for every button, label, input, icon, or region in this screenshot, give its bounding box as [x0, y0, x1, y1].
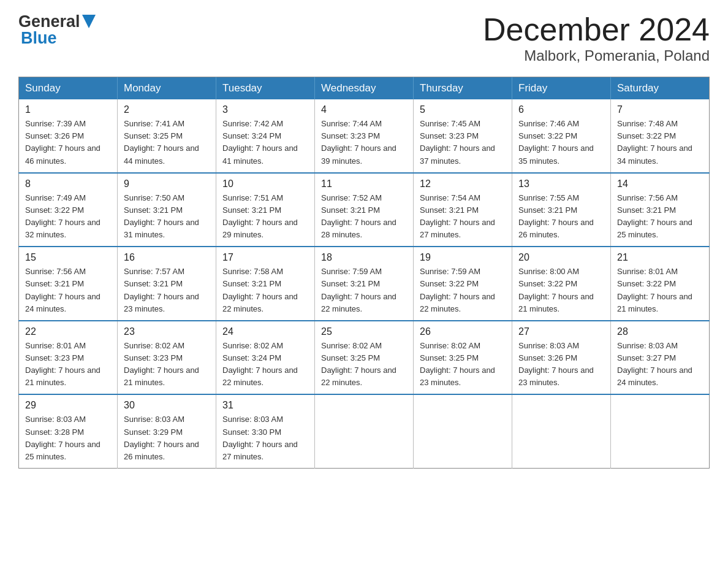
- day-info: Sunrise: 7:45 AMSunset: 3:23 PMDaylight:…: [420, 118, 506, 167]
- day-info: Sunrise: 7:55 AMSunset: 3:21 PMDaylight:…: [518, 192, 604, 242]
- title-section: December 2024 Malbork, Pomerania, Poland: [483, 12, 710, 64]
- calendar-week-row: 1Sunrise: 7:39 AMSunset: 3:26 PMDaylight…: [19, 99, 710, 173]
- svg-marker-0: [82, 15, 96, 28]
- day-info: Sunrise: 7:56 AMSunset: 3:21 PMDaylight:…: [25, 266, 111, 315]
- calendar-day-cell: 28Sunrise: 8:03 AMSunset: 3:27 PMDayligh…: [611, 321, 710, 395]
- day-number: 29: [25, 400, 111, 411]
- day-info: Sunrise: 7:58 AMSunset: 3:21 PMDaylight:…: [222, 266, 308, 315]
- day-info: Sunrise: 8:02 AMSunset: 3:25 PMDaylight:…: [420, 340, 506, 389]
- day-number: 24: [222, 326, 308, 337]
- calendar-day-cell: 15Sunrise: 7:56 AMSunset: 3:21 PMDayligh…: [19, 247, 118, 321]
- calendar-day-cell: 18Sunrise: 7:59 AMSunset: 3:21 PMDayligh…: [315, 247, 414, 321]
- day-number: 3: [222, 104, 308, 115]
- day-info: Sunrise: 7:42 AMSunset: 3:24 PMDaylight:…: [222, 118, 308, 167]
- day-info: Sunrise: 7:49 AMSunset: 3:22 PMDaylight:…: [25, 192, 111, 242]
- day-info: Sunrise: 7:59 AMSunset: 3:21 PMDaylight:…: [321, 266, 407, 315]
- day-info: Sunrise: 7:50 AMSunset: 3:21 PMDaylight:…: [124, 192, 210, 242]
- empty-day-cell: [512, 394, 611, 468]
- day-number: 4: [321, 104, 407, 115]
- calendar-day-cell: 27Sunrise: 8:03 AMSunset: 3:26 PMDayligh…: [512, 321, 611, 395]
- day-info: Sunrise: 8:02 AMSunset: 3:24 PMDaylight:…: [222, 340, 308, 389]
- day-number: 22: [25, 326, 111, 337]
- calendar-day-cell: 12Sunrise: 7:54 AMSunset: 3:21 PMDayligh…: [414, 173, 512, 247]
- calendar-day-cell: 29Sunrise: 8:03 AMSunset: 3:28 PMDayligh…: [19, 394, 118, 468]
- day-number: 9: [124, 178, 210, 190]
- day-number: 6: [518, 104, 604, 115]
- day-info: Sunrise: 8:02 AMSunset: 3:23 PMDaylight:…: [124, 340, 210, 389]
- calendar-week-row: 8Sunrise: 7:49 AMSunset: 3:22 PMDaylight…: [19, 173, 710, 247]
- day-number: 15: [25, 252, 111, 263]
- calendar-day-cell: 19Sunrise: 7:59 AMSunset: 3:22 PMDayligh…: [414, 247, 512, 321]
- day-info: Sunrise: 7:39 AMSunset: 3:26 PMDaylight:…: [25, 118, 111, 167]
- day-number: 7: [617, 104, 703, 115]
- day-info: Sunrise: 8:03 AMSunset: 3:29 PMDaylight:…: [124, 413, 210, 463]
- day-info: Sunrise: 8:01 AMSunset: 3:23 PMDaylight:…: [25, 340, 111, 389]
- calendar-day-cell: 10Sunrise: 7:51 AMSunset: 3:21 PMDayligh…: [216, 173, 315, 247]
- day-number: 1: [25, 104, 111, 115]
- day-number: 16: [124, 252, 210, 263]
- calendar-day-cell: 8Sunrise: 7:49 AMSunset: 3:22 PMDaylight…: [19, 173, 118, 247]
- calendar-day-cell: 6Sunrise: 7:46 AMSunset: 3:22 PMDaylight…: [512, 99, 611, 173]
- calendar-day-cell: 1Sunrise: 7:39 AMSunset: 3:26 PMDaylight…: [19, 99, 118, 173]
- weekday-header-row: SundayMondayTuesdayWednesdayThursdayFrid…: [19, 77, 710, 100]
- calendar-day-cell: 5Sunrise: 7:45 AMSunset: 3:23 PMDaylight…: [414, 99, 512, 173]
- day-info: Sunrise: 8:02 AMSunset: 3:25 PMDaylight:…: [321, 340, 407, 389]
- calendar-day-cell: 23Sunrise: 8:02 AMSunset: 3:23 PMDayligh…: [118, 321, 216, 395]
- day-info: Sunrise: 8:03 AMSunset: 3:27 PMDaylight:…: [617, 340, 703, 389]
- calendar-week-row: 15Sunrise: 7:56 AMSunset: 3:21 PMDayligh…: [19, 247, 710, 321]
- calendar-day-cell: 7Sunrise: 7:48 AMSunset: 3:22 PMDaylight…: [611, 99, 710, 173]
- day-info: Sunrise: 8:00 AMSunset: 3:22 PMDaylight:…: [518, 266, 604, 315]
- day-number: 19: [420, 252, 506, 263]
- calendar-day-cell: 24Sunrise: 8:02 AMSunset: 3:24 PMDayligh…: [216, 321, 315, 395]
- day-info: Sunrise: 7:41 AMSunset: 3:25 PMDaylight:…: [124, 118, 210, 167]
- day-number: 5: [420, 104, 506, 115]
- calendar-day-cell: 22Sunrise: 8:01 AMSunset: 3:23 PMDayligh…: [19, 321, 118, 395]
- logo[interactable]: General Blue: [18, 12, 96, 48]
- day-number: 12: [420, 178, 506, 190]
- day-number: 23: [124, 326, 210, 337]
- weekday-header-friday: Friday: [512, 77, 611, 100]
- day-number: 26: [420, 326, 506, 337]
- weekday-header-wednesday: Wednesday: [315, 77, 414, 100]
- day-number: 25: [321, 326, 407, 337]
- calendar-day-cell: 9Sunrise: 7:50 AMSunset: 3:21 PMDaylight…: [118, 173, 216, 247]
- day-info: Sunrise: 7:57 AMSunset: 3:21 PMDaylight:…: [124, 266, 210, 315]
- location-subtitle: Malbork, Pomerania, Poland: [483, 47, 710, 64]
- weekday-header-monday: Monday: [118, 77, 216, 100]
- calendar-day-cell: 25Sunrise: 8:02 AMSunset: 3:25 PMDayligh…: [315, 321, 414, 395]
- calendar-day-cell: 2Sunrise: 7:41 AMSunset: 3:25 PMDaylight…: [118, 99, 216, 173]
- logo-blue-text: Blue: [21, 29, 57, 48]
- calendar-table: SundayMondayTuesdayWednesdayThursdayFrid…: [18, 77, 710, 469]
- calendar-week-row: 29Sunrise: 8:03 AMSunset: 3:28 PMDayligh…: [19, 394, 710, 468]
- day-number: 10: [222, 178, 308, 190]
- calendar-day-cell: 11Sunrise: 7:52 AMSunset: 3:21 PMDayligh…: [315, 173, 414, 247]
- day-info: Sunrise: 8:03 AMSunset: 3:28 PMDaylight:…: [25, 413, 111, 463]
- day-number: 2: [124, 104, 210, 115]
- day-number: 17: [222, 252, 308, 263]
- day-info: Sunrise: 7:52 AMSunset: 3:21 PMDaylight:…: [321, 192, 407, 242]
- day-number: 30: [124, 400, 210, 411]
- day-info: Sunrise: 7:59 AMSunset: 3:22 PMDaylight:…: [420, 266, 506, 315]
- calendar-day-cell: 31Sunrise: 8:03 AMSunset: 3:30 PMDayligh…: [216, 394, 315, 468]
- calendar-day-cell: 16Sunrise: 7:57 AMSunset: 3:21 PMDayligh…: [118, 247, 216, 321]
- logo-triangle-icon: [82, 15, 96, 28]
- day-number: 14: [617, 178, 703, 190]
- day-number: 20: [518, 252, 604, 263]
- calendar-day-cell: 30Sunrise: 8:03 AMSunset: 3:29 PMDayligh…: [118, 394, 216, 468]
- calendar-day-cell: 17Sunrise: 7:58 AMSunset: 3:21 PMDayligh…: [216, 247, 315, 321]
- day-number: 11: [321, 178, 407, 190]
- day-number: 13: [518, 178, 604, 190]
- day-info: Sunrise: 8:03 AMSunset: 3:26 PMDaylight:…: [518, 340, 604, 389]
- empty-day-cell: [414, 394, 512, 468]
- empty-day-cell: [611, 394, 710, 468]
- calendar-day-cell: 14Sunrise: 7:56 AMSunset: 3:21 PMDayligh…: [611, 173, 710, 247]
- page-header: General Blue December 2024 Malbork, Pome…: [18, 12, 710, 64]
- day-info: Sunrise: 7:54 AMSunset: 3:21 PMDaylight:…: [420, 192, 506, 242]
- calendar-week-row: 22Sunrise: 8:01 AMSunset: 3:23 PMDayligh…: [19, 321, 710, 395]
- calendar-day-cell: 4Sunrise: 7:44 AMSunset: 3:23 PMDaylight…: [315, 99, 414, 173]
- day-number: 8: [25, 178, 111, 190]
- day-number: 31: [222, 400, 308, 411]
- month-title: December 2024: [483, 12, 710, 47]
- day-info: Sunrise: 7:44 AMSunset: 3:23 PMDaylight:…: [321, 118, 407, 167]
- day-number: 21: [617, 252, 703, 263]
